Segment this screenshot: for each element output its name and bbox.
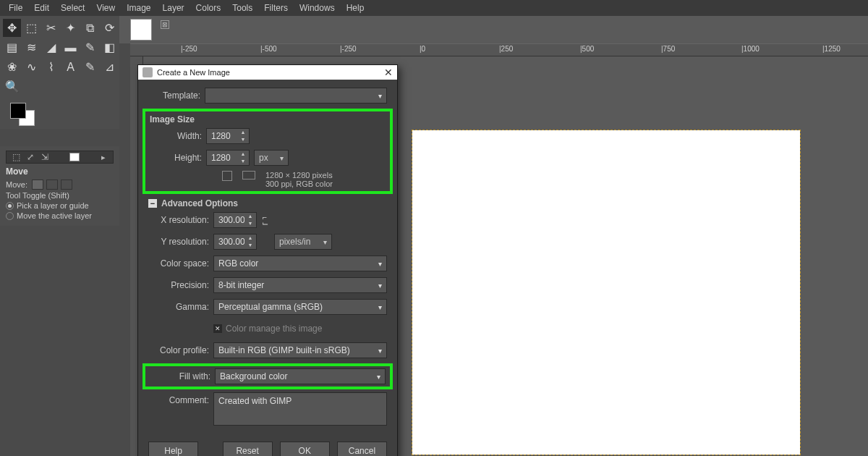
menu-help[interactable]: Help xyxy=(341,1,370,15)
colorspace-label: Color space: xyxy=(148,258,213,269)
dialog-titlebar[interactable]: Create a New Image ✕ xyxy=(138,65,397,80)
height-input[interactable]: ▲▼ xyxy=(206,150,250,166)
fg-bg-color-well[interactable] xyxy=(10,103,39,126)
landscape-icon[interactable] xyxy=(242,171,255,180)
ruler-tick: |750 xyxy=(661,45,675,53)
opt-icon[interactable]: ⇲ xyxy=(38,152,51,162)
tool-options-iconstrip: ⬚ ⤢ ⇲ ▸ xyxy=(6,151,114,164)
clone-tool[interactable]: ❀ xyxy=(3,58,21,76)
menu-colors[interactable]: Colors xyxy=(190,1,227,15)
zoom-tool[interactable]: 🔍 xyxy=(3,77,21,96)
template-label: Template: xyxy=(148,90,205,101)
horizontal-ruler: |-250 |-500 |-250 |0 |250 |500 |750 |100… xyxy=(130,43,868,56)
panel-menu-icon[interactable]: ▸ xyxy=(97,153,110,162)
rect-select-tool[interactable]: ⬚ xyxy=(22,19,41,37)
arrow-up-icon[interactable]: ▲ xyxy=(244,213,256,220)
height-field[interactable] xyxy=(207,153,237,163)
gradient-tool[interactable]: ▬ xyxy=(61,38,80,56)
yres-label: Y resolution: xyxy=(148,237,213,247)
yres-input[interactable]: ▲▼ xyxy=(213,234,257,250)
warp-tool[interactable]: ≋ xyxy=(22,38,41,56)
menu-layer[interactable]: Layer xyxy=(157,1,190,15)
portrait-icon[interactable] xyxy=(222,171,232,181)
reset-button[interactable]: Reset xyxy=(223,442,273,456)
image-canvas[interactable] xyxy=(412,130,800,455)
menu-image[interactable]: Image xyxy=(121,1,156,15)
color-profile-select[interactable]: Built-in RGB (GIMP built-in sRGB)▾ xyxy=(213,342,387,358)
arrow-up-icon[interactable]: ▲ xyxy=(237,129,249,136)
ruler-tick: |-250 xyxy=(181,45,197,53)
fill-with-select[interactable]: Background color▾ xyxy=(215,368,386,384)
menu-file[interactable]: File xyxy=(3,1,28,15)
opt-icon[interactable]: ⬚ xyxy=(9,152,22,162)
active-color-swatch[interactable] xyxy=(69,153,80,161)
toolbox-panel: ✥ ⬚ ✂ ✦ ⧉ ⟳ ▤ ≋ ◢ ▬ ✎ ◧ ❀ ∿ ⌇ A ✎ ⊿ 🔍 xyxy=(0,16,119,129)
colorspace-select[interactable]: RGB color▾ xyxy=(213,256,387,271)
precision-select[interactable]: 8-bit integer▾ xyxy=(213,277,387,293)
chevron-down-icon: ▾ xyxy=(323,238,327,246)
unit-select[interactable]: px▾ xyxy=(254,150,289,166)
move-mode-layer-icon[interactable] xyxy=(32,180,43,190)
link-resolution-icon[interactable]: ⌐⌙ xyxy=(260,214,270,226)
bucket-fill-tool[interactable]: ◢ xyxy=(42,38,60,56)
image-thumbnail[interactable] xyxy=(130,19,152,41)
arrow-up-icon[interactable]: ▲ xyxy=(237,151,249,158)
close-image-tab[interactable]: ⊠ xyxy=(161,20,169,29)
chevron-down-icon: ▾ xyxy=(377,373,380,381)
yres-field[interactable] xyxy=(214,237,244,247)
fuzzy-select-tool[interactable]: ✦ xyxy=(61,19,80,37)
menu-edit[interactable]: Edit xyxy=(28,1,55,15)
template-select[interactable]: ▾ xyxy=(205,88,387,104)
move-mode-path-icon[interactable] xyxy=(61,180,72,190)
radio-pick-layer[interactable] xyxy=(6,202,14,210)
width-input[interactable]: ▲▼ xyxy=(206,128,250,144)
res-unit-select[interactable]: pixels/in▾ xyxy=(274,234,332,250)
color-manage-checkbox[interactable]: ✕ xyxy=(213,324,222,333)
menu-filters[interactable]: Filters xyxy=(258,1,294,15)
tool-options-panel: ⬚ ⤢ ⇲ ▸ Move Move: Tool Toggle (Shift) P… xyxy=(0,146,119,226)
xres-field[interactable] xyxy=(214,215,244,225)
move-mode-selection-icon[interactable] xyxy=(46,180,58,190)
text-tool[interactable]: A xyxy=(61,58,80,76)
arrow-down-icon[interactable]: ▼ xyxy=(244,220,256,227)
menu-windows[interactable]: Windows xyxy=(294,1,341,15)
menu-select[interactable]: Select xyxy=(55,1,90,15)
advanced-toggle[interactable]: − xyxy=(148,199,157,208)
comment-textarea[interactable] xyxy=(213,392,387,426)
eraser-tool[interactable]: ◧ xyxy=(101,38,119,56)
radio-move-active[interactable] xyxy=(6,212,14,220)
flip-tool[interactable]: ▤ xyxy=(3,38,21,56)
rotate-tool[interactable]: ⟳ xyxy=(101,19,119,37)
comment-label: Comment: xyxy=(148,392,213,405)
ok-button[interactable]: OK xyxy=(280,442,330,456)
dialog-close-button[interactable]: ✕ xyxy=(384,67,393,78)
path-tool[interactable]: ⌇ xyxy=(42,58,60,76)
ruler-tick: |1250 xyxy=(822,45,841,53)
arrow-up-icon[interactable]: ▲ xyxy=(244,235,256,242)
cancel-button[interactable]: Cancel xyxy=(337,442,387,456)
color-picker-tool[interactable]: ✎ xyxy=(81,58,99,76)
move-tool[interactable]: ✥ xyxy=(3,19,21,37)
smudge-tool[interactable]: ∿ xyxy=(22,58,41,76)
menu-tools[interactable]: Tools xyxy=(226,1,258,15)
ruler-tick: |1000 xyxy=(741,45,760,53)
ruler-tick: |0 xyxy=(420,45,425,53)
menu-view[interactable]: View xyxy=(90,1,121,15)
opt-icon[interactable]: ⤢ xyxy=(24,152,37,162)
arrow-down-icon[interactable]: ▼ xyxy=(237,158,249,165)
crop-tool[interactable]: ⧉ xyxy=(81,19,99,37)
gamma-label: Gamma: xyxy=(148,302,213,312)
width-field[interactable] xyxy=(207,131,237,141)
measure-tool[interactable]: ⊿ xyxy=(101,58,119,76)
help-button[interactable]: Help xyxy=(148,442,198,456)
foreground-color-swatch[interactable] xyxy=(10,103,26,119)
arrow-down-icon[interactable]: ▼ xyxy=(237,136,249,143)
free-select-tool[interactable]: ✂ xyxy=(42,19,60,37)
chevron-down-icon: ▾ xyxy=(378,282,382,290)
image-size-heading: Image Size xyxy=(150,114,195,124)
arrow-down-icon[interactable]: ▼ xyxy=(244,242,256,249)
radio-pick-layer-label: Pick a layer or guide xyxy=(17,201,89,210)
paintbrush-tool[interactable]: ✎ xyxy=(81,38,99,56)
gamma-select[interactable]: Perceptual gamma (sRGB)▾ xyxy=(213,299,387,315)
xres-input[interactable]: ▲▼ xyxy=(213,212,257,228)
